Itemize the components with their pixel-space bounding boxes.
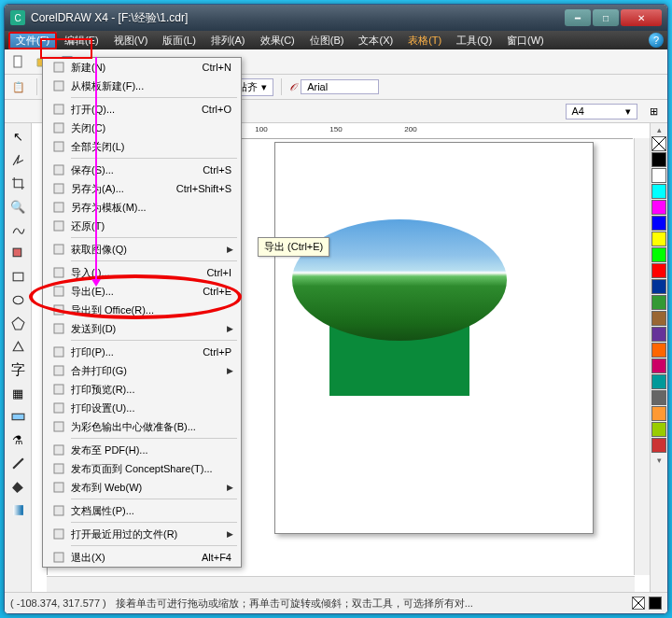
menu-bitmap[interactable]: 位图(B) xyxy=(302,32,352,49)
swatch[interactable] xyxy=(651,152,666,167)
table-tool[interactable]: ▦ xyxy=(7,382,29,404)
svg-rect-31 xyxy=(54,445,63,455)
menu-label: 为彩色输出中心做准备(B)... xyxy=(71,420,237,434)
crop-tool[interactable] xyxy=(7,172,29,194)
menu-item-save-icon[interactable]: 保存(S)...Ctrl+S xyxy=(43,161,241,179)
svg-rect-16 xyxy=(54,142,63,151)
swatch[interactable] xyxy=(651,184,666,199)
eyedropper-tool[interactable]: ⚗ xyxy=(7,428,29,451)
menu-item-revert-icon[interactable]: 还原(T) xyxy=(43,217,241,235)
freehand-tool[interactable] xyxy=(7,218,29,241)
scrollbar-horizontal[interactable] xyxy=(47,576,635,592)
menu-window[interactable]: 窗口(W) xyxy=(499,32,552,49)
pick-tool[interactable]: ↖ xyxy=(7,125,29,147)
menu-text[interactable]: 文本(X) xyxy=(351,32,400,49)
menu-item-saveas-icon[interactable]: 另存为(A)...Ctrl+Shift+S xyxy=(43,179,241,198)
status-outline-icon xyxy=(649,597,662,610)
menu-item-open-icon[interactable]: 打开(Q)...Ctrl+O xyxy=(43,100,241,119)
menu-view[interactable]: 视图(V) xyxy=(106,32,156,49)
palette-scroll-down[interactable]: ▾ xyxy=(657,456,662,465)
swatch[interactable] xyxy=(651,216,666,231)
swatch[interactable] xyxy=(651,263,666,278)
menu-tools[interactable]: 工具(Q) xyxy=(449,32,499,49)
menu-item-exit-icon[interactable]: 退出(X)Alt+F4 xyxy=(43,548,241,567)
swatch[interactable] xyxy=(651,200,666,215)
fill-tool[interactable] xyxy=(7,475,29,498)
menu-item-recent-icon[interactable]: 打开最近用过的文件(R)▶ xyxy=(43,525,241,543)
swatch[interactable] xyxy=(651,247,666,262)
swatch[interactable] xyxy=(651,438,666,453)
help-button[interactable]: ? xyxy=(649,33,664,48)
menu-item-template-icon[interactable]: 从模板新建(F)... xyxy=(43,77,241,95)
palette-scroll-up[interactable]: ▴ xyxy=(657,125,662,134)
outline-tool[interactable] xyxy=(7,452,29,474)
submenu-arrow-icon: ▶ xyxy=(227,245,237,254)
sendto-icon xyxy=(47,322,71,335)
menu-item-acquire-icon[interactable]: 获取图像(Q)▶ xyxy=(43,240,241,259)
swatch[interactable] xyxy=(651,232,666,246)
new-doc-button[interactable] xyxy=(8,51,29,72)
swatch[interactable] xyxy=(651,406,666,421)
shape-tool[interactable] xyxy=(7,148,29,171)
menu-item-print-icon[interactable]: 打印(P)...Ctrl+P xyxy=(43,343,241,361)
swatch[interactable] xyxy=(651,279,666,294)
submenu-arrow-icon: ▶ xyxy=(227,324,237,333)
menu-shortcut: Ctrl+O xyxy=(202,104,237,115)
menu-file[interactable]: 文件(F) xyxy=(8,32,57,49)
menu-item-close-icon[interactable]: 关闭(C) xyxy=(43,119,241,137)
interactive-tool[interactable] xyxy=(7,405,29,428)
menu-item-pdf-icon[interactable]: 发布至 PDF(H)... xyxy=(43,441,241,459)
menu-item-props-icon[interactable]: 文档属性(P)... xyxy=(43,501,241,520)
interactive-fill-tool[interactable] xyxy=(7,499,29,521)
rectangle-tool[interactable] xyxy=(7,265,29,288)
menu-table[interactable]: 表格(T) xyxy=(400,32,449,49)
swatch[interactable] xyxy=(651,422,666,437)
menu-effects[interactable]: 效果(C) xyxy=(253,32,302,49)
menu-edit[interactable]: 编辑(E) xyxy=(57,32,106,49)
svg-rect-7 xyxy=(13,505,23,515)
menu-arrange[interactable]: 排列(A) xyxy=(203,32,253,49)
swatch-none[interactable] xyxy=(651,136,666,151)
swatch[interactable] xyxy=(651,374,666,389)
svg-rect-17 xyxy=(54,165,63,175)
zoom-tool[interactable]: 🔍 xyxy=(7,195,29,218)
menu-item-preview-icon[interactable]: 打印预览(R)... xyxy=(43,380,241,399)
menu-label: 合并打印(G) xyxy=(71,364,227,378)
submenu-arrow-icon: ▶ xyxy=(227,529,237,539)
swatch[interactable] xyxy=(651,168,666,183)
menu-item-closeall-icon[interactable]: 全部关闭(L) xyxy=(43,137,241,156)
page-dim-button[interactable]: ⊞ xyxy=(643,101,664,121)
menu-item-mergepr-icon[interactable]: 合并打印(G)▶ xyxy=(43,361,241,380)
text-tool[interactable]: 字 xyxy=(7,358,29,381)
menu-item-sendto-icon[interactable]: 发送到(D)▶ xyxy=(43,319,241,338)
close-button[interactable]: ✕ xyxy=(621,9,662,26)
swatch[interactable] xyxy=(651,343,666,358)
menu-item-import-icon[interactable]: 导入(I)...Ctrl+I xyxy=(43,263,241,282)
paper-size-combo[interactable]: A4▾ xyxy=(566,104,637,119)
minimize-button[interactable]: ━ xyxy=(565,9,591,26)
smart-fill-tool[interactable] xyxy=(7,242,29,264)
font-combo[interactable]: Arial xyxy=(301,79,379,94)
basic-shapes-tool[interactable] xyxy=(7,335,29,358)
clipboard-button[interactable]: 📋 xyxy=(8,77,29,97)
swatch[interactable] xyxy=(651,358,666,373)
menu-item-web-icon[interactable]: 发布到 Web(W)▶ xyxy=(43,478,241,497)
menu-item-concept-icon[interactable]: 发布页面到 ConceptShare(T)... xyxy=(43,459,241,478)
maximize-button[interactable]: □ xyxy=(593,9,619,26)
svg-rect-6 xyxy=(12,414,24,419)
menu-item-printset-icon[interactable]: 打印设置(U)... xyxy=(43,399,241,417)
menu-item-savetpl-icon[interactable]: 另存为模板(M)... xyxy=(43,198,241,217)
file-menu-dropdown: 新建(N)Ctrl+N从模板新建(F)...打开(Q)...Ctrl+O关闭(C… xyxy=(42,57,242,568)
swatch[interactable] xyxy=(651,390,666,405)
swatch[interactable] xyxy=(651,295,666,310)
scrollbar-vertical[interactable] xyxy=(634,138,650,575)
menu-item-exportoff-icon[interactable]: 导出到 Office(R)... xyxy=(43,301,241,319)
ellipse-tool[interactable] xyxy=(7,288,29,311)
menu-item-export-icon[interactable]: 导出(E)...Ctrl+E xyxy=(43,282,241,301)
swatch[interactable] xyxy=(651,311,666,326)
menu-item-new-icon[interactable]: 新建(N)Ctrl+N xyxy=(43,58,241,77)
menu-layout[interactable]: 版面(L) xyxy=(155,32,203,49)
menu-item-colorprep-icon[interactable]: 为彩色输出中心做准备(B)... xyxy=(43,417,241,436)
polygon-tool[interactable] xyxy=(7,312,29,334)
swatch[interactable] xyxy=(651,327,666,342)
